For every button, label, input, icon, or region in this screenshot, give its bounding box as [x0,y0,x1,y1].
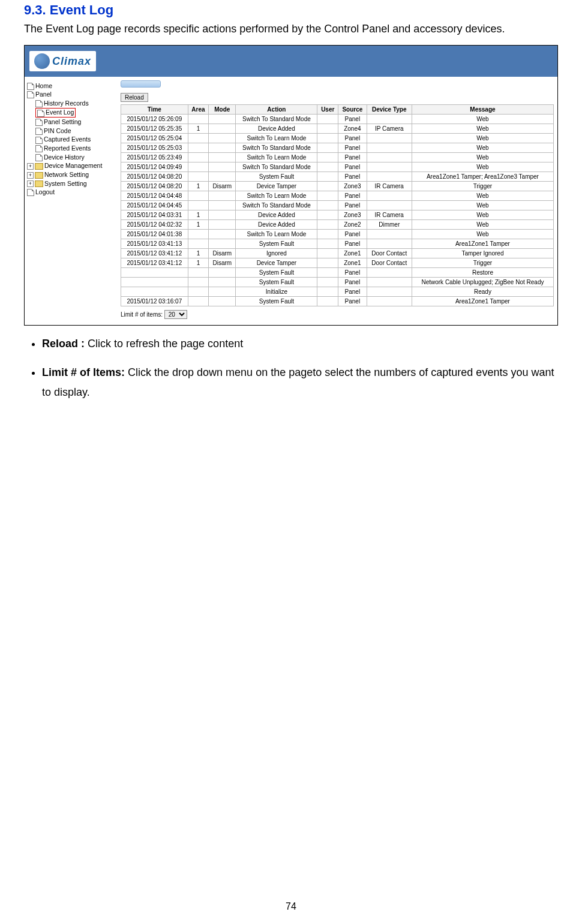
page-number: 74 [0,901,582,912]
table-row: 2015/01/12 04:02:321Device AddedZone2Dim… [121,220,554,230]
nav-event-log[interactable]: Event Log [26,108,116,118]
event-log-table: TimeAreaModeActionUserSourceDevice TypeM… [121,104,554,306]
table-row: 2015/01/12 03:41:121DisarmDevice TamperZ… [121,258,554,268]
table-cell [209,153,236,162]
nav-panel-setting[interactable]: Panel Setting [26,118,116,127]
table-cell [209,134,236,143]
table-cell [188,143,209,153]
scrollbar[interactable] [121,80,161,88]
table-cell: Web [412,134,553,143]
table-cell: Ignored [236,249,317,258]
table-cell [317,182,338,191]
nav-panel[interactable]: Panel [26,91,116,100]
nav-system[interactable]: +System Setting [26,179,116,188]
nav-captured[interactable]: Captured Events [26,136,116,145]
table-cell [188,201,209,210]
nav-pin[interactable]: PIN Code [26,127,116,136]
expand-icon[interactable]: + [27,172,34,179]
table-cell: Switch To Learn Mode [236,230,317,239]
limit-select[interactable]: 20 [164,310,187,319]
nav-history[interactable]: History Records [26,99,116,108]
table-cell: Web [412,162,553,172]
table-cell: Panel [338,191,367,201]
table-row: 2015/01/12 04:04:48Switch To Learn ModeP… [121,191,554,201]
nav-device-history[interactable]: Device History [26,153,116,162]
table-header-row: TimeAreaModeActionUserSourceDevice TypeM… [121,105,554,115]
table-cell: 2015/01/12 04:04:48 [121,191,188,201]
table-cell [209,201,236,210]
table-cell: Switch To Standard Mode [236,143,317,153]
table-cell [367,268,412,278]
page-icon [35,145,43,152]
table-cell [209,162,236,172]
table-cell: Device Added [236,124,317,134]
nav-logout[interactable]: Logout [26,188,116,197]
table-cell: System Fault [236,268,317,278]
table-cell [188,134,209,143]
table-row: 2015/01/12 05:23:49Switch To Learn ModeP… [121,153,554,162]
section-heading: 9.3. Event Log [24,2,558,18]
table-cell: Web [412,220,553,230]
table-cell [317,124,338,134]
page-icon [27,189,34,196]
table-cell [188,191,209,201]
table-cell [367,239,412,249]
table-cell [188,162,209,172]
expand-icon[interactable]: + [27,163,34,170]
table-cell [317,153,338,162]
table-cell [121,278,188,287]
page-icon [27,91,34,98]
table-row: 2015/01/12 04:09:49Switch To Standard Mo… [121,162,554,172]
table-cell: 2015/01/12 05:25:04 [121,134,188,143]
table-cell: Switch To Standard Mode [236,115,317,124]
table-cell: Panel [338,115,367,124]
table-cell: 2015/01/12 03:41:12 [121,258,188,268]
nav-network[interactable]: +Network Setting [26,170,116,179]
table-cell [209,287,236,297]
table-cell [209,143,236,153]
table-cell: Disarm [209,182,236,191]
table-header-cell: Action [236,105,317,115]
table-cell [209,172,236,182]
table-cell [209,124,236,134]
table-cell [317,287,338,297]
table-row: System FaultPanelNetwork Cable Unplugged… [121,278,554,287]
table-row: 2015/01/12 04:01:38Switch To Learn ModeP… [121,230,554,239]
table-cell [121,268,188,278]
table-cell [317,210,338,220]
table-cell: Ready [412,287,553,297]
table-cell [367,162,412,172]
table-cell [209,268,236,278]
table-cell: Dimmer [367,220,412,230]
table-cell: 2015/01/12 04:08:20 [121,182,188,191]
reload-button[interactable]: Reload [121,93,148,102]
table-row: 2015/01/12 04:08:201DisarmDevice TamperZ… [121,182,554,191]
table-cell [317,230,338,239]
table-cell: Tamper Ignored [412,249,553,258]
nav-home[interactable]: Home [26,82,116,91]
table-cell [188,115,209,124]
page-icon [35,154,43,161]
table-cell: Web [412,191,553,201]
table-cell: Zone4 [338,124,367,134]
table-cell: Switch To Standard Mode [236,201,317,210]
table-cell: Web [412,210,553,220]
page-icon [27,83,34,90]
table-cell [209,230,236,239]
table-cell: 2015/01/12 05:23:49 [121,153,188,162]
nav-reported[interactable]: Reported Events [26,144,116,153]
table-cell [188,172,209,182]
description-list: Reload : Click to refresh the page conte… [42,334,558,402]
table-cell: Disarm [209,258,236,268]
table-cell: IP Camera [367,124,412,134]
table-cell: Web [412,230,553,239]
table-cell: Panel [338,172,367,182]
table-cell: Panel [338,153,367,162]
table-cell [121,287,188,297]
table-cell [367,153,412,162]
expand-icon[interactable]: + [27,180,34,187]
table-cell: Panel [338,162,367,172]
table-cell [367,230,412,239]
table-cell [317,172,338,182]
nav-device-management[interactable]: +Device Management [26,162,116,171]
